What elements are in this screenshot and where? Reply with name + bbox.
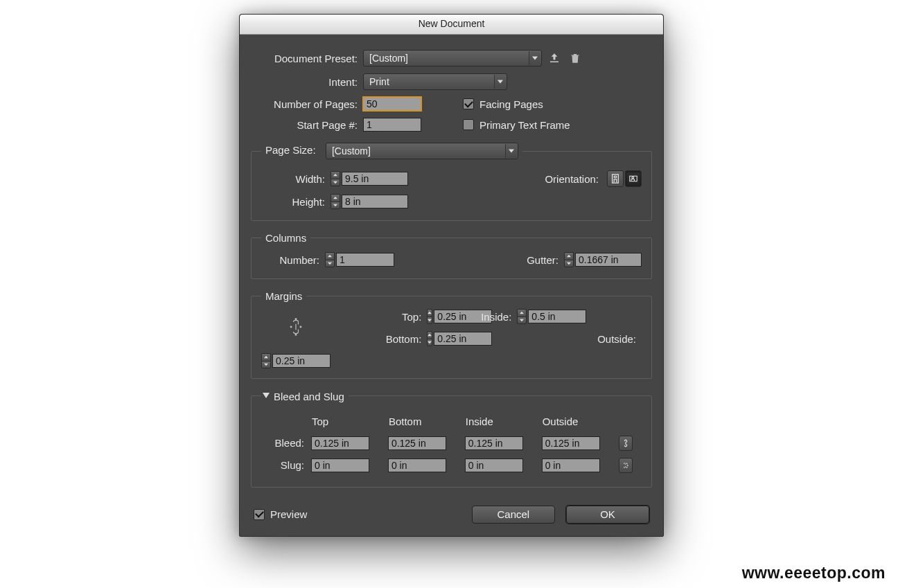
columns-legend: Columns	[261, 232, 310, 244]
bleed-slug-disclosure[interactable]: Bleed and Slug	[263, 391, 344, 402]
primary-text-frame-label: Primary Text Frame	[479, 119, 570, 131]
bleed-link-icon[interactable]	[619, 436, 633, 451]
margin-bottom-stepper[interactable]	[427, 331, 432, 346]
width-input[interactable]	[342, 172, 408, 186]
margin-inside-input[interactable]	[528, 310, 586, 323]
facing-pages-checkbox[interactable]	[463, 98, 474, 109]
svg-point-7	[627, 465, 628, 465]
watermark-text: www.eeeetop.com	[742, 564, 886, 582]
orientation-label: Orientation:	[545, 173, 599, 185]
slug-top-input[interactable]	[311, 458, 369, 472]
bleed-row-label: Bleed:	[263, 433, 310, 454]
slug-inside-input[interactable]	[465, 458, 523, 472]
page-size-legend: Page Size:	[265, 144, 316, 156]
svg-point-2	[290, 326, 292, 328]
chevron-down-icon	[505, 144, 517, 158]
intent-select[interactable]: Print	[363, 73, 507, 90]
svg-point-6	[626, 463, 627, 463]
svg-point-4	[295, 318, 297, 319]
height-input[interactable]	[342, 195, 408, 208]
margin-outside-stepper[interactable]	[261, 353, 271, 368]
margin-outside-input[interactable]	[272, 354, 331, 368]
delete-preset-icon[interactable]	[567, 51, 583, 66]
svg-point-8	[626, 467, 627, 467]
slug-row-label: Slug:	[263, 455, 310, 476]
columns-number-stepper[interactable]	[325, 252, 335, 267]
margin-top-label: Top:	[331, 311, 427, 323]
new-document-dialog: New Document Document Preset: [Custom] I…	[239, 14, 664, 537]
slug-link-icon[interactable]	[619, 458, 633, 473]
page-size-select[interactable]: [Custom]	[326, 143, 518, 159]
number-of-pages-label: Number of Pages:	[251, 98, 363, 110]
height-label: Height:	[261, 196, 331, 208]
bleed-header-bottom: Bottom	[388, 415, 464, 431]
bleed-slug-group: Bleed and Slug Top Bottom Inside Outside…	[251, 390, 652, 488]
gutter-stepper[interactable]	[564, 252, 574, 267]
columns-group: Columns Number: Gutter:	[251, 232, 652, 279]
bleed-inside-input[interactable]	[465, 436, 523, 450]
primary-text-frame-checkbox[interactable]	[463, 119, 474, 130]
margin-top-stepper[interactable]	[427, 309, 432, 324]
width-stepper[interactable]	[331, 171, 340, 186]
slug-bottom-input[interactable]	[388, 458, 446, 472]
intent-value: Print	[369, 76, 389, 87]
margin-outside-label: Outside:	[517, 333, 642, 345]
margins-legend: Margins	[261, 290, 306, 302]
margin-inside-stepper[interactable]	[517, 309, 527, 324]
document-preset-value: [Custom]	[369, 53, 408, 64]
orientation-landscape-button[interactable]	[625, 170, 642, 187]
intent-label: Intent:	[251, 76, 363, 88]
bleed-header-top: Top	[311, 415, 387, 431]
bleed-outside-input[interactable]	[542, 436, 600, 450]
bleed-top-input[interactable]	[311, 436, 369, 450]
slug-outside-input[interactable]	[542, 458, 600, 472]
gutter-label: Gutter:	[510, 254, 564, 266]
dialog-footer: Preview Cancel OK	[251, 506, 652, 526]
columns-number-label: Number:	[261, 254, 325, 266]
page-size-group: Page Size: [Custom] Width: Orientation:	[251, 143, 652, 221]
dialog-title: New Document	[240, 15, 663, 35]
bleed-header-inside: Inside	[465, 415, 540, 431]
page-size-value: [Custom]	[332, 145, 371, 157]
preview-label: Preview	[270, 508, 307, 520]
margin-link-icon[interactable]	[290, 318, 302, 338]
document-preset-label: Document Preset:	[251, 53, 363, 64]
orientation-portrait-button[interactable]	[607, 170, 624, 187]
margin-bottom-input[interactable]	[434, 332, 492, 346]
facing-pages-label: Facing Pages	[479, 98, 543, 110]
start-page-label: Start Page #:	[251, 119, 363, 131]
margin-bottom-label: Bottom:	[331, 333, 427, 345]
margin-inside-label: Inside:	[448, 311, 517, 323]
margins-group: Margins Top: Inside: Bottom:	[251, 290, 652, 379]
number-of-pages-input[interactable]	[363, 97, 421, 111]
svg-point-5	[295, 334, 297, 335]
bleed-header-outside: Outside	[542, 415, 617, 431]
dialog-body: Document Preset: [Custom] Intent: Print …	[240, 35, 663, 536]
cancel-button[interactable]: Cancel	[472, 506, 555, 524]
bleed-slug-legend: Bleed and Slug	[274, 391, 344, 402]
height-stepper[interactable]	[331, 194, 340, 209]
ok-button[interactable]: OK	[566, 506, 649, 524]
document-preset-select[interactable]: [Custom]	[363, 50, 542, 66]
start-page-input[interactable]	[363, 118, 421, 132]
width-label: Width:	[261, 173, 331, 185]
chevron-down-icon	[494, 75, 506, 89]
chevron-down-icon	[529, 51, 540, 65]
preview-checkbox[interactable]	[254, 509, 265, 520]
columns-number-input[interactable]	[336, 253, 394, 267]
bleed-bottom-input[interactable]	[388, 436, 446, 450]
gutter-input[interactable]	[575, 253, 642, 267]
bleed-slug-table: Top Bottom Inside Outside Bleed: Slug:	[261, 413, 642, 477]
save-preset-icon[interactable]	[546, 51, 563, 66]
svg-point-3	[300, 326, 301, 328]
